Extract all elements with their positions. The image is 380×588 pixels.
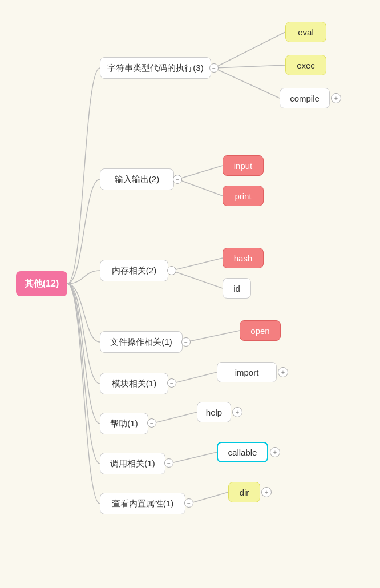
svg-line-10: [169, 452, 217, 464]
collapse-str-exec[interactable]: −: [209, 63, 219, 73]
svg-line-2: [214, 68, 280, 98]
collapse-dir[interactable]: −: [184, 498, 193, 508]
leaf-import[interactable]: __import__: [217, 362, 277, 382]
collapse-module[interactable]: −: [167, 378, 176, 388]
leaf-hash[interactable]: hash: [223, 248, 264, 268]
mid-node-str-exec[interactable]: 字符串类型代码的执行(3): [100, 57, 211, 79]
svg-line-6: [172, 271, 223, 288]
leaf-open[interactable]: open: [240, 320, 281, 341]
leaf-compile[interactable]: compile: [280, 88, 330, 108]
mid-node-callable[interactable]: 调用相关(1): [100, 453, 165, 474]
plus-import[interactable]: +: [278, 367, 288, 377]
mid-node-module[interactable]: 模块相关(1): [100, 373, 168, 394]
collapse-mem[interactable]: −: [167, 266, 176, 275]
mind-map: 其他(12) 字符串类型代码的执行(3) 输入输出(2) 内存相关(2) 文件操…: [0, 0, 380, 588]
svg-line-3: [177, 166, 223, 179]
svg-line-9: [152, 412, 197, 424]
svg-line-8: [172, 372, 217, 384]
leaf-input[interactable]: input: [223, 155, 264, 176]
collapse-file[interactable]: −: [181, 337, 191, 347]
plus-help-fn[interactable]: +: [232, 407, 242, 417]
svg-line-5: [172, 258, 223, 271]
svg-line-11: [189, 492, 228, 504]
leaf-id[interactable]: id: [223, 278, 251, 299]
leaf-exec[interactable]: exec: [285, 55, 326, 75]
mid-node-help[interactable]: 帮助(1): [100, 413, 148, 434]
mid-node-mem[interactable]: 内存相关(2): [100, 260, 168, 281]
mid-node-file[interactable]: 文件操作相关(1): [100, 331, 183, 353]
mid-node-dir[interactable]: 查看内置属性(1): [100, 493, 185, 514]
mid-node-io[interactable]: 输入输出(2): [100, 168, 174, 190]
leaf-help-fn[interactable]: help: [197, 402, 231, 422]
collapse-io[interactable]: −: [173, 175, 182, 184]
collapse-help[interactable]: −: [147, 418, 156, 428]
plus-dir-fn[interactable]: +: [261, 487, 272, 497]
svg-line-1: [214, 65, 285, 68]
root-node: 其他(12): [16, 271, 67, 296]
svg-line-0: [214, 32, 285, 68]
leaf-print[interactable]: print: [223, 186, 264, 206]
svg-line-4: [177, 179, 223, 196]
collapse-callable[interactable]: −: [164, 458, 173, 468]
plus-compile[interactable]: +: [331, 93, 341, 103]
svg-line-7: [186, 331, 240, 342]
leaf-eval[interactable]: eval: [285, 22, 326, 42]
leaf-callable-fn[interactable]: callable: [217, 442, 268, 462]
plus-callable-fn[interactable]: +: [270, 447, 280, 457]
leaf-dir-fn[interactable]: dir: [228, 482, 260, 502]
